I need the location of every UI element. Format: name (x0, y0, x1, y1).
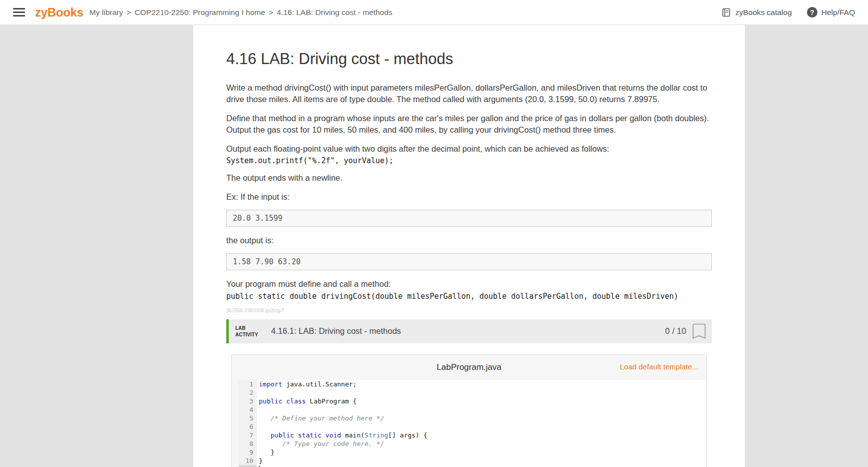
code-line-1[interactable]: 1import java.util.Scanner; (239, 380, 706, 388)
content-watermark: 357658.2383008.qx3zqy7 (226, 308, 712, 313)
line-number: 6 (239, 422, 257, 431)
lab-activity-title: 4.16.1: LAB: Driving cost - methods (266, 326, 665, 336)
line-number: 9 (239, 448, 257, 456)
lab-badge-line2: ACTIVITY (235, 331, 258, 338)
breadcrumb-library[interactable]: My library (90, 8, 123, 17)
nav-right: zyBooks catalog ? Help/FAQ (721, 7, 855, 18)
newline-note: The output ends with a newline. (226, 172, 712, 184)
code-editor: LabProgram.java Load default template...… (231, 354, 707, 467)
lab-activity-badge: LAB ACTIVITY (229, 325, 266, 338)
line-number: 5 (239, 414, 257, 422)
nav-left: zyBooks My library>COP2210-2250: Program… (13, 6, 392, 20)
catalog-icon (721, 8, 731, 18)
content-card: 4.16 LAB: Driving cost - methods Write a… (193, 25, 745, 467)
code-line-6[interactable]: 6 (239, 422, 706, 431)
catalog-label: zyBooks catalog (735, 8, 792, 17)
breadcrumb-separator: > (127, 8, 131, 17)
lab-score-value: 0 / 10 (665, 326, 686, 336)
help-icon: ? (807, 7, 817, 18)
code-line-7[interactable]: 7 public static void main(String[] args)… (239, 431, 706, 439)
lab-activity-section: LAB ACTIVITY 4.16.1: LAB: Driving cost -… (226, 319, 712, 467)
line-number: 3 (239, 397, 257, 405)
line-number: 2 (239, 388, 257, 397)
load-default-template-link[interactable]: Load default template... (620, 362, 698, 371)
editor-header: LabProgram.java Load default template... (232, 355, 706, 380)
zybooks-logo[interactable]: zyBooks (35, 6, 84, 20)
line-number: 11 (239, 465, 257, 467)
help-label: Help/FAQ (821, 8, 855, 17)
instruction-paragraph-1: Write a method drivingCost() with input … (226, 82, 712, 106)
breadcrumb-separator: > (269, 8, 273, 17)
lab-activity-header: LAB ACTIVITY 4.16.1: LAB: Driving cost -… (226, 319, 712, 343)
example-output-label: the output is: (226, 235, 712, 246)
code-line-8[interactable]: 8 /* Type your code here. */ (239, 439, 706, 448)
top-nav: zyBooks My library>COP2210-2250: Program… (0, 0, 868, 25)
page-background: 4.16 LAB: Driving cost - methods Write a… (0, 25, 868, 467)
menu-icon[interactable] (13, 8, 25, 17)
printf-code-example: System.out.printf("%.2f", yourValue); (226, 156, 712, 165)
code-line-11[interactable]: 11 (239, 465, 706, 467)
help-faq-link[interactable]: ? Help/FAQ (807, 7, 855, 18)
line-number: 7 (239, 431, 257, 439)
line-number: 4 (239, 405, 257, 414)
example-input-box: 20.0 3.1599 (226, 210, 712, 227)
lab-score: 0 / 10 (665, 323, 712, 339)
method-signature: public static double drivingCost(double … (226, 292, 712, 301)
instruction-paragraph-3: Output each floating-point value with tw… (226, 143, 712, 155)
code-area[interactable]: 1import java.util.Scanner;23public class… (239, 380, 706, 467)
line-number: 8 (239, 439, 257, 448)
method-requirement-label: Your program must define and call a meth… (226, 278, 712, 290)
lab-badge-line1: LAB (235, 325, 258, 331)
breadcrumb: My library>COP2210-2250: Programming I h… (90, 8, 392, 17)
instruction-paragraph-2: Define that method in a program whose in… (226, 113, 712, 136)
breadcrumb-course[interactable]: COP2210-2250: Programming I home (135, 8, 265, 17)
code-line-3[interactable]: 3public class LabProgram { (239, 397, 706, 405)
code-line-10[interactable]: 10} (239, 456, 706, 465)
page-title: 4.16 LAB: Driving cost - methods (226, 50, 712, 68)
editor-filename: LabProgram.java (437, 362, 501, 372)
code-line-2[interactable]: 2 (239, 388, 706, 397)
breadcrumb-current-page: 4.16: LAB: Driving cost - methods (277, 8, 392, 17)
line-number: 1 (239, 380, 257, 388)
example-input-label: Ex: If the input is: (226, 191, 712, 203)
example-output-box: 1.58 7.90 63.20 (226, 253, 712, 270)
zybooks-catalog-link[interactable]: zyBooks catalog (721, 8, 792, 18)
line-number: 10 (239, 456, 257, 465)
code-line-9[interactable]: 9 } (239, 448, 706, 456)
bookmark-icon (692, 323, 706, 339)
code-line-4[interactable]: 4 (239, 405, 706, 414)
code-line-5[interactable]: 5 /* Define your method here */ (239, 414, 706, 422)
